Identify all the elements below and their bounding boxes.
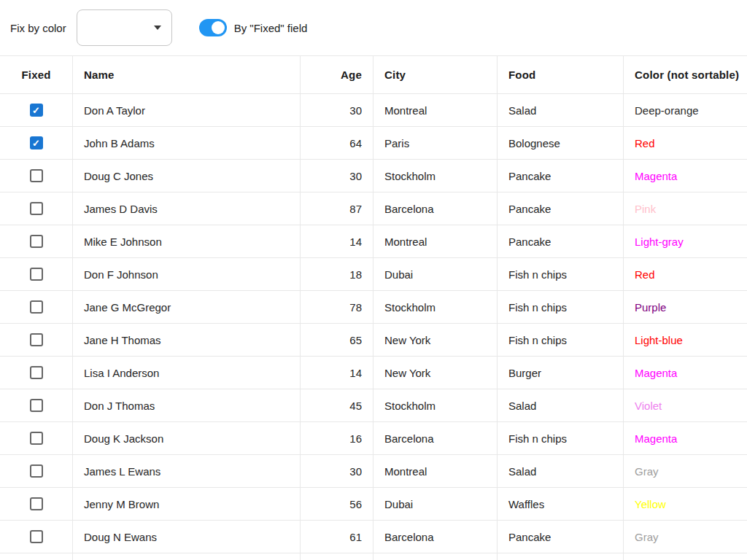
cell-age — [301, 553, 374, 560]
cell-food: Pancake — [498, 160, 624, 192]
table-row: Jane H Thomas65New YorkFish n chipsLight… — [0, 324, 747, 357]
cell-color: Red — [624, 258, 747, 290]
table-row: Jane G McGregor78StockholmFish n chipsPu… — [0, 291, 747, 324]
cell-fixed — [0, 258, 73, 290]
cell-color: Magenta — [624, 160, 747, 192]
cell-fixed — [0, 291, 73, 323]
cell-food: Bolognese — [498, 127, 624, 159]
row-fixed-checkbox[interactable] — [30, 333, 43, 346]
row-fixed-checkbox[interactable] — [30, 169, 43, 182]
cell-city: Barcelona — [374, 422, 498, 454]
cell-color: Violet — [624, 389, 747, 421]
table-row: Lisa I Anderson14New YorkBurgerMagenta — [0, 357, 747, 389]
cell-name: Lisa I Anderson — [73, 357, 301, 389]
cell-food: Waffles — [498, 488, 624, 520]
table-row: Doug N Ewans61BarcelonaPancakeGray — [0, 521, 747, 553]
column-header-age[interactable]: Age — [301, 56, 374, 93]
table-row — [0, 553, 747, 560]
table-row: Mike E Johnson14MontrealPancakeLight-gra… — [0, 225, 747, 258]
row-fixed-checkbox-checked[interactable]: ✓ — [30, 136, 43, 149]
chevron-down-icon — [154, 26, 161, 30]
column-header-city[interactable]: City — [374, 56, 498, 93]
table-row: Doug C Jones30StockholmPancakeMagenta — [0, 160, 747, 192]
cell-age: 30 — [301, 94, 374, 126]
cell-name: James D Davis — [73, 192, 301, 225]
cell-name: Don F Johnson — [73, 258, 301, 290]
cell-name: Don J Thomas — [73, 389, 301, 421]
row-fixed-checkbox[interactable] — [30, 432, 43, 445]
cell-food — [498, 553, 624, 560]
data-table: FixedNameAgeCityFoodColor (not sortable)… — [0, 55, 747, 560]
cell-city — [374, 553, 498, 560]
cell-fixed — [0, 225, 73, 257]
table-row: Don F Johnson18DubaiFish n chipsRed — [0, 258, 747, 291]
cell-age: 30 — [301, 160, 374, 192]
cell-age: 65 — [301, 324, 374, 356]
row-fixed-checkbox[interactable] — [30, 366, 43, 379]
cell-age: 16 — [301, 422, 374, 454]
cell-color: Purple — [624, 291, 747, 323]
cell-color — [624, 553, 747, 560]
cell-food: Fish n chips — [498, 324, 624, 356]
column-header-color: Color (not sortable) — [624, 56, 747, 93]
cell-color: Yellow — [624, 488, 747, 520]
table-row: James D Davis87BarcelonaPancakePink — [0, 192, 747, 225]
cell-name: Jane G McGregor — [73, 291, 301, 323]
cell-city: New York — [374, 324, 498, 356]
cell-age: 30 — [301, 455, 374, 487]
column-header-name[interactable]: Name — [73, 56, 301, 93]
cell-color: Magenta — [624, 357, 747, 389]
row-fixed-checkbox[interactable] — [30, 235, 43, 248]
row-fixed-checkbox[interactable] — [30, 497, 43, 510]
cell-color: Light-blue — [624, 324, 747, 356]
row-fixed-checkbox[interactable] — [30, 530, 43, 543]
cell-color: Gray — [624, 455, 747, 487]
color-filter-dropdown[interactable] — [77, 9, 172, 46]
cell-fixed — [0, 389, 73, 421]
table-row: Don J Thomas45StockholmSaladViolet — [0, 389, 747, 422]
cell-city: Dubai — [374, 258, 498, 290]
cell-food: Fish n chips — [498, 422, 624, 454]
column-header-food[interactable]: Food — [498, 56, 624, 93]
cell-city: Dubai — [374, 488, 498, 520]
cell-fixed — [0, 324, 73, 356]
cell-city: Barcelona — [374, 521, 498, 553]
table-row: ✓John B Adams64ParisBologneseRed — [0, 127, 747, 160]
cell-age: 18 — [301, 258, 374, 290]
row-fixed-checkbox[interactable] — [30, 464, 43, 478]
column-header-fixed[interactable]: Fixed — [0, 56, 73, 93]
cell-food: Fish n chips — [498, 258, 624, 290]
cell-age: 14 — [301, 357, 374, 389]
cell-name: Mike E Johnson — [73, 225, 301, 257]
table-body: ✓Don A Taylor30MontrealSaladDeep-orange✓… — [0, 94, 747, 560]
row-fixed-checkbox[interactable] — [30, 399, 43, 412]
cell-fixed — [0, 422, 73, 454]
by-fixed-field-toggle[interactable] — [199, 19, 227, 36]
cell-city: Montreal — [374, 94, 498, 126]
cell-color: Gray — [624, 521, 747, 553]
cell-city: Stockholm — [374, 389, 498, 421]
row-fixed-checkbox[interactable] — [30, 202, 43, 215]
cell-fixed — [0, 521, 73, 553]
cell-city: Paris — [374, 127, 498, 159]
cell-name: Doug K Jackson — [73, 422, 301, 454]
fix-by-color-label: Fix by color — [10, 22, 66, 34]
cell-food: Salad — [498, 94, 624, 126]
cell-color: Magenta — [624, 422, 747, 454]
table-row: ✓Don A Taylor30MontrealSaladDeep-orange — [0, 94, 747, 127]
cell-city: New York — [374, 357, 498, 389]
row-fixed-checkbox[interactable] — [30, 300, 43, 314]
cell-name: Doug C Jones — [73, 160, 301, 192]
toggle-knob — [212, 21, 225, 34]
cell-fixed — [0, 488, 73, 520]
row-fixed-checkbox-checked[interactable]: ✓ — [30, 104, 43, 117]
cell-food: Fish n chips — [498, 291, 624, 323]
cell-color: Deep-orange — [624, 94, 747, 126]
table-header-row: FixedNameAgeCityFoodColor (not sortable) — [0, 56, 747, 94]
cell-name — [73, 553, 301, 560]
cell-age: 61 — [301, 521, 374, 553]
cell-city: Stockholm — [374, 160, 498, 192]
by-fixed-field-toggle-label: By "Fixed" field — [234, 22, 308, 34]
table-row: Doug K Jackson16BarcelonaFish n chipsMag… — [0, 422, 747, 455]
row-fixed-checkbox[interactable] — [30, 268, 43, 281]
